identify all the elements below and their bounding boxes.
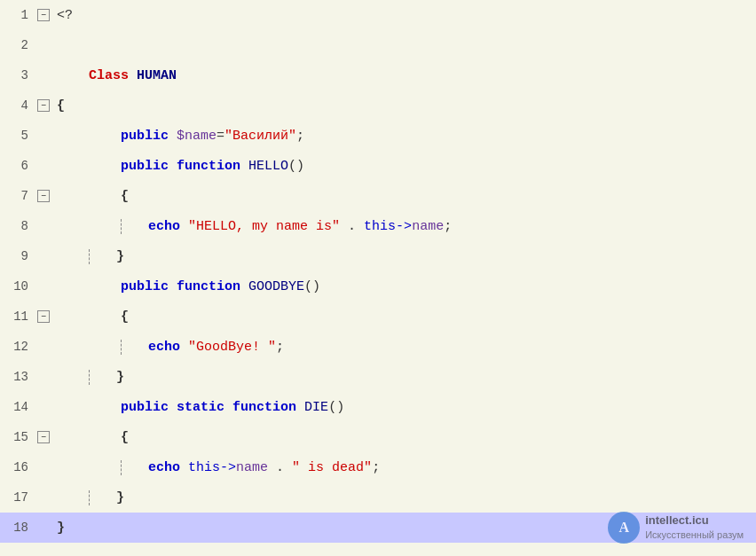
token-8-4: this->: [364, 219, 412, 234]
indent-10: [57, 279, 121, 294]
line-number-11: 11: [0, 309, 34, 324]
guide-line-8: [121, 219, 122, 234]
token-11-0: {: [121, 309, 129, 325]
token-3-2: HUMAN: [137, 68, 177, 83]
token-10-3: [240, 279, 248, 294]
token-7-0: {: [121, 189, 129, 204]
indent-14: [57, 400, 121, 415]
code-line-4: 4−{: [0, 90, 756, 121]
guide-line-9: [89, 249, 90, 264]
token-1-0: <?: [57, 8, 73, 23]
line-number-10: 10: [0, 279, 34, 294]
fold-box-11[interactable]: −: [37, 310, 50, 323]
line-number-12: 12: [0, 340, 34, 354]
token-12-0: echo: [148, 340, 180, 355]
indent-pre-12: [57, 340, 121, 355]
code-line-11: 11− {: [0, 301, 756, 332]
watermark-text: intellect.icu Искусственный разум: [645, 513, 744, 541]
token-16-3: name: [236, 460, 268, 475]
token-10-2: function: [177, 279, 240, 294]
token-14-7: (): [328, 400, 344, 415]
line-content-13: }: [53, 370, 756, 385]
token-16-1: [180, 460, 188, 475]
token-5-0: public: [121, 129, 169, 144]
line-number-14: 14: [0, 400, 34, 414]
line-content-6: public function HELLO(): [53, 159, 756, 174]
token-16-4: .: [268, 460, 292, 475]
code-line-1: 1−<?: [0, 0, 756, 30]
line-content-14: public static function DIE(): [53, 400, 756, 415]
code-line-13: 13 }: [0, 362, 756, 392]
watermark-tagline: Искусственный разум: [645, 529, 744, 541]
guide-line-12: [121, 340, 122, 355]
code-line-12: 12 echo "GoodBye! ";: [0, 332, 756, 362]
token-5-3: =: [217, 129, 224, 144]
code-line-5: 5 public $name="Василий";: [0, 121, 756, 151]
fold-icon-15[interactable]: −: [34, 431, 53, 443]
indent-15: [57, 430, 121, 445]
indent-post-12: [124, 340, 148, 355]
fold-box-4[interactable]: −: [37, 99, 50, 112]
token-5-1: [169, 129, 177, 144]
token-14-6: DIE: [304, 400, 328, 415]
line-number-9: 9: [0, 249, 34, 263]
code-line-14: 14 public static function DIE(): [0, 392, 756, 422]
guide-line-17: [89, 490, 90, 505]
guide-line-16: [121, 460, 122, 475]
line-number-15: 15: [0, 430, 34, 444]
token-18-0: }: [57, 521, 65, 536]
token-8-2: "HELLO, my name is": [188, 219, 340, 234]
line-content-10: public function GOODBYE(): [53, 279, 756, 294]
token-14-4: function: [232, 400, 296, 415]
token-13-0: }: [116, 370, 124, 385]
token-16-6: ;: [372, 460, 380, 475]
indent-post-16: [124, 460, 148, 475]
fold-icon-7[interactable]: −: [34, 190, 53, 202]
indent-post-9: [92, 249, 116, 264]
token-6-2: function: [177, 159, 240, 174]
code-line-7: 7− {: [0, 181, 756, 211]
fold-box-7[interactable]: −: [37, 190, 50, 202]
indent-post-17: [92, 490, 116, 505]
token-14-5: [296, 400, 304, 415]
fold-icon-4[interactable]: −: [34, 99, 53, 112]
fold-box-15[interactable]: −: [37, 431, 50, 443]
code-line-16: 16 echo this->name . " is dead";: [0, 452, 756, 482]
line-content-12: echo "GoodBye! ";: [53, 340, 756, 355]
token-8-5: name: [412, 219, 444, 234]
fold-box-1[interactable]: −: [37, 9, 50, 21]
line-number-3: 3: [0, 68, 34, 82]
watermark-site: intellect.icu: [645, 513, 744, 529]
code-line-10: 10 public function GOODBYE(): [0, 271, 756, 301]
line-number-18: 18: [0, 521, 34, 535]
token-14-3: [224, 400, 232, 415]
line-number-6: 6: [0, 159, 34, 173]
token-8-6: ;: [444, 219, 452, 234]
line-number-13: 13: [0, 370, 34, 384]
indent-7: [57, 189, 121, 204]
token-10-4: GOODBYE: [248, 279, 304, 294]
indent-pre-9: [57, 249, 89, 264]
indent-pre-17: [57, 490, 89, 505]
code-line-2: 2: [0, 30, 756, 60]
line-content-9: }: [53, 249, 756, 264]
fold-icon-11[interactable]: −: [34, 310, 53, 323]
token-6-0: public: [121, 159, 169, 174]
line-number-2: 2: [0, 38, 34, 52]
fold-icon-1[interactable]: −: [34, 9, 53, 21]
token-17-0: }: [116, 490, 124, 505]
code-line-8: 8 echo "HELLO, my name is" . this->name;: [0, 211, 756, 241]
indent-pre-13: [57, 370, 89, 385]
guide-line-13: [89, 370, 90, 385]
line-content-11: {: [53, 309, 756, 325]
token-9-0: }: [116, 249, 124, 264]
code-lines: 1−<?23 Class HUMAN4−{5 public $name="Вас…: [0, 0, 756, 556]
token-10-1: [169, 279, 177, 294]
line-content-8: echo "HELLO, my name is" . this->name;: [53, 219, 756, 234]
token-12-1: [180, 340, 188, 355]
token-5-2: $name: [177, 129, 217, 144]
token-14-2: static: [177, 400, 224, 415]
indent-11: [57, 309, 121, 325]
line-content-17: }: [53, 490, 756, 505]
code-line-17: 17 }: [0, 482, 756, 513]
